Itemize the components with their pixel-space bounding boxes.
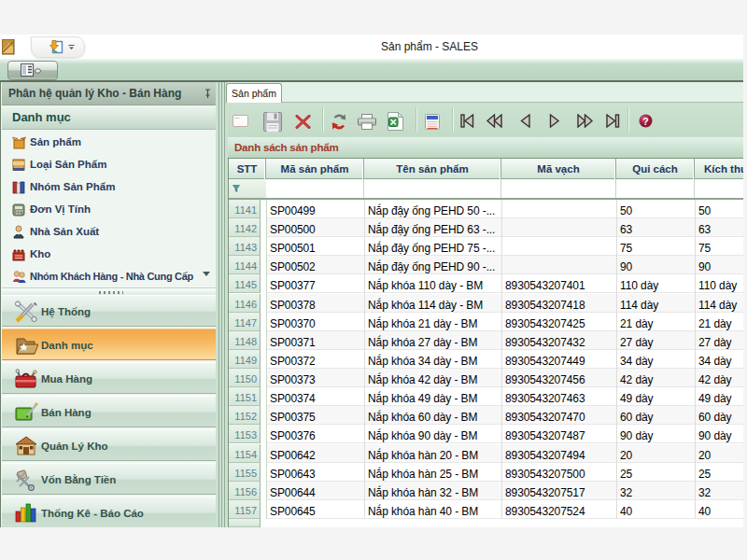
svg-text:?: ?	[642, 116, 648, 127]
